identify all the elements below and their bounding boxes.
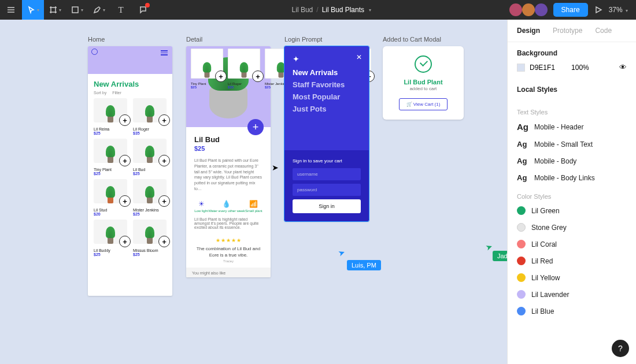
add-to-cart-icon: + — [119, 236, 131, 247]
frame-login[interactable]: ✦ ✕ New ArrivalsStaff FavoritesMost Popu… — [284, 46, 369, 221]
text-tool-button[interactable]: T — [110, 0, 132, 20]
frame-cart-modal[interactable]: Lil Bud Plant added to cart 🛒 View Cart … — [383, 46, 464, 120]
panel-tab-code[interactable]: Code — [595, 20, 617, 42]
visibility-icon[interactable]: 👁 — [619, 63, 627, 72]
design-canvas[interactable]: Home New Arrivals Sort byFilter +Lil Rei… — [0, 20, 507, 364]
product-thumb: + — [133, 139, 167, 163]
product-thumb: + — [133, 220, 167, 244]
background-hex[interactable]: D9E1F1 — [530, 64, 555, 72]
ag-icon: Ag — [517, 173, 528, 182]
background-row[interactable]: D9E1F1 100% 👁 — [517, 63, 627, 72]
view-cart-button: 🛒 View Cart (1) — [399, 98, 448, 110]
product-card: +Lil Buddy$25 — [94, 220, 127, 257]
add-to-cart-icon: + — [158, 195, 170, 207]
move-tool-button[interactable]: ▾ — [22, 0, 44, 20]
close-icon: ✕ — [356, 53, 362, 61]
panel-tab-design[interactable]: Design — [517, 20, 546, 42]
text-style-row[interactable]: AgMobile - Body Links — [508, 169, 636, 186]
comment-tool-button[interactable] — [132, 0, 154, 20]
zoom-level[interactable]: 37% ▾ — [609, 6, 628, 14]
chevron-down-icon: ▾ — [369, 8, 371, 13]
properties-panel: DesignPrototypeCode Background D9E1F1 10… — [507, 20, 636, 364]
product-price: $35 — [133, 131, 167, 135]
text-style-row[interactable]: AgMobile - Body — [508, 153, 636, 169]
care-item: 💧Water every other week — [208, 200, 245, 213]
section-title: New Arrivals — [94, 80, 167, 88]
menu-icon — [6, 5, 16, 14]
text-style-row[interactable]: AgMobile - Header — [508, 118, 636, 136]
product-price: $20 — [94, 212, 127, 216]
background-opacity[interactable]: 100% — [571, 64, 589, 72]
frame-home[interactable]: New Arrivals Sort byFilter +Lil Reina$25… — [88, 46, 172, 296]
username-field: username — [293, 168, 361, 180]
present-icon[interactable] — [594, 5, 603, 14]
text-styles-heading: Text Styles — [508, 102, 636, 118]
nav-link: Just Pots — [293, 105, 361, 113]
color-style-row[interactable]: Lil Blue — [508, 303, 636, 320]
collaborator-avatar[interactable] — [509, 3, 522, 16]
pen-icon — [93, 5, 102, 14]
product-name: Lil Reina — [94, 127, 127, 131]
product-price: $25 — [133, 172, 167, 176]
product-name: Lil Roger — [133, 127, 167, 131]
color-style-row[interactable]: Lil Lavender — [508, 286, 636, 303]
review-author: Tracey — [194, 259, 262, 263]
product-name: Lil Bud — [133, 168, 167, 172]
help-button[interactable]: ? — [612, 340, 629, 357]
collaborator-avatars[interactable] — [509, 3, 548, 16]
color-style-row[interactable]: Stone Grey — [508, 219, 636, 236]
color-style-row[interactable]: Lil Green — [508, 202, 636, 219]
color-swatch-icon — [517, 257, 526, 265]
color-swatch-icon — [517, 290, 526, 299]
shape-tool-button[interactable]: ▾ — [66, 0, 88, 20]
add-to-cart-icon: + — [158, 236, 170, 247]
product-price: $25 — [133, 252, 167, 257]
ag-icon: Ag — [517, 122, 528, 132]
background-heading: Background — [517, 49, 627, 57]
product-card: +Mister Jenkins$25 — [133, 179, 167, 216]
product-price: $25 — [194, 145, 262, 152]
background-swatch[interactable] — [517, 64, 525, 72]
product-card: +Tiny Plant$25 — [94, 139, 127, 176]
frame-icon — [49, 5, 58, 14]
color-style-row[interactable]: Lil Yellow — [508, 269, 636, 286]
panel-tab-prototype[interactable]: Prototype — [553, 20, 588, 42]
frame-label-detail[interactable]: Detail — [186, 36, 376, 43]
frame-tool-button[interactable]: ▾ — [44, 0, 66, 20]
nav-link: Most Popular — [293, 92, 361, 101]
mobile-header — [88, 46, 172, 74]
add-to-cart-icon: + — [119, 155, 131, 166]
breadcrumb[interactable]: Lil Bud / Lil Bud Plants ▾ — [154, 6, 509, 14]
main-menu-button[interactable] — [0, 0, 22, 20]
star-rating: ★★★★★ — [194, 237, 262, 243]
ag-icon: Ag — [517, 157, 528, 165]
text-style-row[interactable]: AgMobile - Small Text — [508, 136, 636, 153]
frame-label-login[interactable]: Login Prompt — [284, 36, 322, 43]
frame-label-home[interactable]: Home — [88, 36, 105, 43]
product-thumb: + — [94, 139, 127, 163]
product-name: Mister Jenkins — [133, 208, 167, 212]
frame-label-cart[interactable]: Added to Cart Modal — [383, 36, 441, 43]
review-quote: The combination of Lil Bud and Eore is a… — [194, 246, 262, 258]
color-style-row[interactable]: Lil Coral — [508, 236, 636, 252]
add-to-cart-icon: + — [119, 195, 131, 207]
product-card: +Lil Stud$20 — [94, 179, 127, 216]
text-icon: T — [118, 5, 123, 15]
product-name: Lil Stud — [94, 208, 127, 212]
add-to-cart-icon: + — [252, 70, 264, 82]
share-button[interactable]: Share — [553, 3, 588, 17]
cart-added-title: Lil Bud Plant — [390, 79, 457, 86]
product-description: Lil Bud Plant is paired with our Eore Pl… — [194, 158, 262, 192]
collaborator-cursor-icon: ➤ — [337, 247, 347, 258]
pen-tool-button[interactable]: ▾ — [88, 0, 110, 20]
collaborator-avatar[interactable] — [522, 3, 535, 16]
signin-hint: Sign in to save your cart — [293, 158, 361, 164]
collaborator-avatar[interactable] — [535, 3, 548, 16]
product-title: Lil Bud — [194, 135, 262, 144]
add-fab: + — [247, 119, 264, 135]
color-style-row[interactable]: Lil Red — [508, 252, 636, 269]
product-subdesc: Lil Bud Plant is highlight rated amongst… — [194, 217, 262, 229]
product-card: +Lil Roger$35 — [133, 98, 167, 135]
ag-icon: Ag — [517, 140, 528, 148]
product-card: +Lil Reina$25 — [94, 98, 127, 135]
